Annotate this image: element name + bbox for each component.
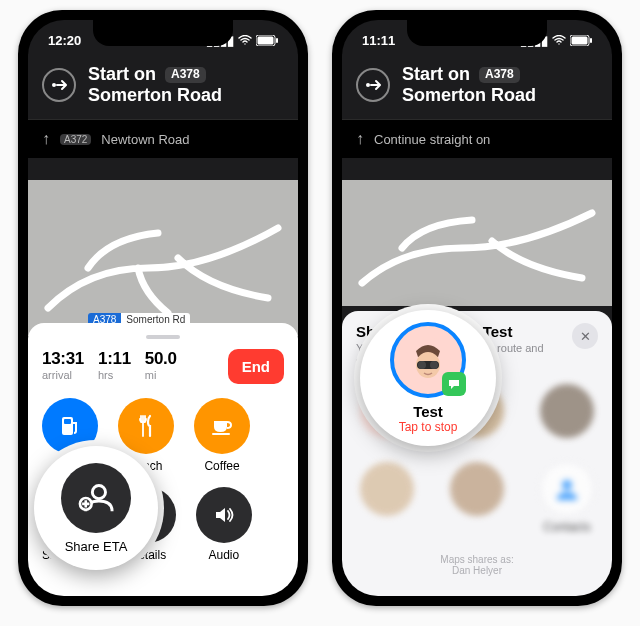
- grabber[interactable]: [146, 335, 180, 339]
- left-phone: 12:20 ▮▮▮▮ Start on A378: [18, 10, 308, 606]
- coffee-button[interactable]: Coffee: [194, 398, 250, 473]
- battery-icon: [570, 35, 592, 46]
- duration-stat: 1:11 hrs: [98, 349, 131, 381]
- direction-banner: Start on A378 Somerton Road: [342, 54, 612, 119]
- sheet-footer: Maps shares as: Dan Helyer: [356, 554, 598, 576]
- wifi-icon: [552, 35, 566, 45]
- wifi-icon: [238, 35, 252, 45]
- contact-avatar[interactable]: [390, 322, 466, 398]
- next-step-banner: ↑ A372 Newtown Road: [28, 119, 298, 158]
- arrow-up-icon: ↑: [356, 130, 364, 148]
- close-button[interactable]: ✕: [572, 323, 598, 349]
- stats-row: 13:31 arrival 1:11 hrs 50.0 mi End: [42, 349, 284, 384]
- instruction-text: Start on A378 Somerton Road: [88, 64, 222, 105]
- notch: [93, 20, 233, 46]
- svg-point-3: [52, 83, 56, 87]
- status-time: 12:20: [48, 33, 81, 48]
- next-step-banner: ↑ Continue straight on: [342, 119, 612, 158]
- share-eta-icon[interactable]: [61, 463, 131, 533]
- road-badge: A378: [479, 67, 520, 83]
- map-roads-icon: [342, 180, 612, 306]
- distance-stat: 50.0 mi: [145, 349, 177, 381]
- map-area[interactable]: A378Somerton Rd: [28, 180, 298, 336]
- audio-button[interactable]: Audio: [196, 487, 252, 562]
- tap-to-stop-label[interactable]: Tap to stop: [399, 420, 458, 434]
- map-area[interactable]: [342, 180, 612, 306]
- svg-rect-6: [212, 433, 230, 435]
- svg-point-19: [418, 361, 426, 369]
- right-screen: 11:11 ▮▮▮▮ Start on A378 Somerton Road: [342, 20, 612, 596]
- coffee-icon: [194, 398, 250, 454]
- contact-blurred[interactable]: [540, 384, 594, 438]
- end-button[interactable]: End: [228, 349, 284, 384]
- road-badge: A378: [165, 67, 206, 83]
- right-phone: 11:11 ▮▮▮▮ Start on A378 Somerton Road: [332, 10, 622, 606]
- direction-banner: Start on A378 Somerton Road: [28, 54, 298, 119]
- status-time: 11:11: [362, 33, 395, 48]
- messages-badge-icon: [442, 372, 466, 396]
- share-eta-callout: Share ETA: [34, 446, 158, 570]
- contacts-row-blurred: Contacts: [356, 462, 598, 534]
- svg-point-15: [562, 480, 572, 490]
- share-eta-label: Share ETA: [65, 539, 128, 554]
- close-icon: ✕: [580, 329, 591, 344]
- contact-blurred[interactable]: [450, 462, 504, 516]
- contacts-icon: [540, 462, 594, 516]
- svg-rect-2: [276, 38, 278, 43]
- svg-rect-12: [572, 36, 588, 44]
- contact-blurred[interactable]: [360, 462, 414, 516]
- contacts-button[interactable]: Contacts: [540, 462, 594, 534]
- svg-point-14: [366, 83, 370, 87]
- arrow-up-icon: ↑: [42, 130, 50, 148]
- notch: [407, 20, 547, 46]
- svg-rect-5: [64, 419, 71, 424]
- left-screen: 12:20 ▮▮▮▮ Start on A378: [28, 20, 298, 596]
- test-contact-callout: Test Tap to stop: [360, 310, 496, 446]
- turn-icon: [356, 68, 390, 102]
- battery-icon: [256, 35, 278, 46]
- cutlery-icon: [118, 398, 174, 454]
- turn-icon: [42, 68, 76, 102]
- contact-name: Test: [413, 403, 443, 420]
- svg-point-9: [92, 485, 105, 498]
- svg-point-20: [430, 361, 438, 369]
- road-badge-small: A372: [60, 134, 91, 145]
- svg-rect-13: [590, 38, 592, 43]
- arrival-stat: 13:31 arrival: [42, 349, 84, 381]
- instruction-text: Start on A378 Somerton Road: [402, 64, 536, 105]
- svg-rect-1: [258, 36, 274, 44]
- audio-icon: [196, 487, 252, 543]
